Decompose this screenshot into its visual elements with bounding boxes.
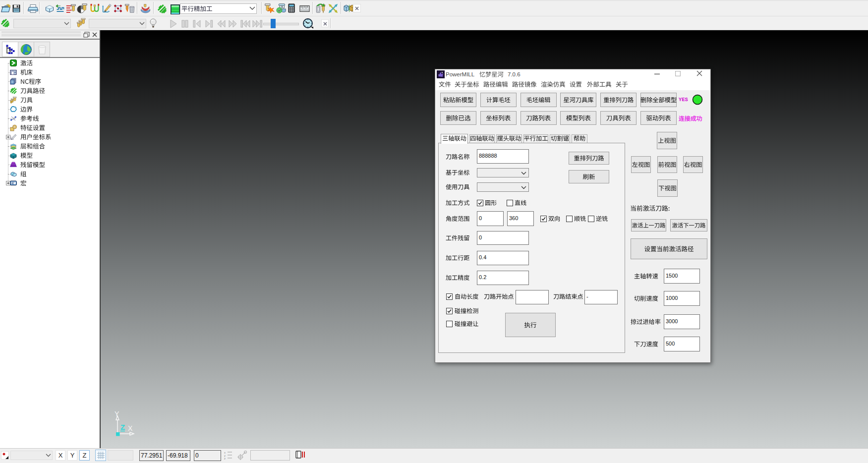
svg-text:Z: Z	[120, 423, 125, 431]
svg-text:X: X	[128, 424, 133, 432]
svg-text:Y: Y	[115, 410, 119, 418]
svg-text:z: z	[224, 457, 226, 460]
